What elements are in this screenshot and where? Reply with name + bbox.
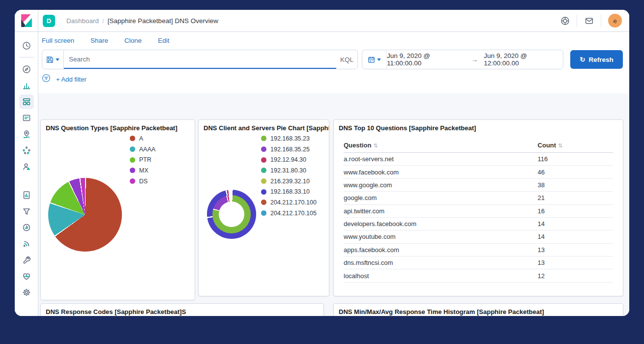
column-header-count[interactable]: Count⇅ — [538, 139, 613, 153]
clients-servers-legend: 192.168.35.23 192.168.35.25 192.12.94.30… — [261, 133, 317, 219]
sidebar-item-maps[interactable] — [19, 127, 34, 142]
column-header-question[interactable]: Question⇅ — [344, 139, 538, 153]
funnel-icon — [22, 207, 31, 216]
sidebar-item-recently-viewed[interactable] — [19, 38, 34, 53]
legend-item[interactable]: 192.31.80.30 — [261, 165, 317, 176]
heartbeat-icon — [22, 272, 31, 281]
legend-item[interactable]: AAAA — [130, 144, 155, 155]
sidebar-item-graph[interactable] — [19, 159, 34, 174]
count-cell: 46 — [538, 166, 613, 178]
machine-learning-icon — [22, 146, 31, 155]
bar-chart-icon — [22, 81, 31, 90]
sidebar-item-canvas[interactable] — [19, 111, 34, 125]
table-row: api.twitter.com16 — [344, 204, 613, 217]
sidebar-item-visualize[interactable] — [19, 78, 34, 93]
legend-item[interactable]: PTR — [130, 154, 155, 165]
question-cell: a.root-servers.net — [344, 153, 538, 166]
panel-title[interactable]: DNS Question Types [Sapphire Packetbeat] — [41, 120, 195, 132]
panel-dns-question-types: DNS Question Types [Sapphire Packetbeat]… — [40, 119, 195, 300]
legend-item[interactable]: DS — [130, 176, 155, 187]
legend-item[interactable]: 192.168.33.10 — [261, 186, 317, 197]
date-quick-select-button[interactable] — [362, 50, 387, 69]
search-input[interactable] — [64, 50, 336, 68]
gear-icon — [22, 288, 31, 297]
count-cell: 14 — [538, 230, 613, 243]
sidebar-item-metrics[interactable] — [19, 188, 34, 202]
question-cell: www.facebook.com — [344, 166, 538, 178]
question-types-pie[interactable] — [48, 178, 122, 252]
sidebar-item-apm[interactable] — [19, 236, 34, 251]
legend-item[interactable]: MX — [130, 165, 155, 176]
full-screen-link[interactable]: Full screen — [42, 37, 74, 44]
space-badge[interactable]: D — [43, 15, 55, 27]
question-cell: www.youtube.com — [344, 230, 538, 243]
uptime-clock-icon — [22, 223, 31, 232]
add-filter-button[interactable]: + Add filter — [56, 76, 87, 83]
legend-item[interactable]: 204.212.170.105 — [261, 208, 317, 219]
count-cell: 21 — [538, 192, 613, 204]
panel-title[interactable]: DNS Response Codes [Sapphire Packetbeat]… — [41, 304, 323, 315]
legend-item[interactable]: A — [130, 133, 155, 144]
sidebar-item-dashboard[interactable] — [19, 94, 34, 109]
table-row: localhost12 — [344, 269, 613, 282]
legend-swatch — [261, 146, 266, 152]
sidebar-item-dev-tools[interactable] — [19, 253, 34, 267]
table-row: developers.facebook.com14 — [344, 217, 613, 230]
legend-label: DS — [139, 178, 147, 185]
help-button[interactable] — [560, 16, 570, 26]
sidebar-item-uptime[interactable] — [19, 220, 34, 235]
count-cell: 116 — [538, 153, 613, 166]
save-icon — [46, 56, 54, 63]
legend-item[interactable]: 192.12.94.30 — [261, 154, 317, 165]
panel-title[interactable]: DNS Client and Servers Pie Chart [Sapphi… — [199, 120, 329, 132]
legend-label: 192.12.94.30 — [270, 156, 306, 163]
legend-label: AAAA — [139, 146, 155, 153]
kibana-logo[interactable] — [15, 10, 38, 31]
clock-icon — [22, 41, 31, 50]
range-arrow: → — [471, 56, 478, 63]
legend-label: MX — [139, 167, 148, 174]
legend-swatch — [261, 136, 266, 141]
top-navbar: D Dashboard / [Sapphire Packetbeat] DNS … — [15, 10, 629, 32]
search-input-wrap — [64, 50, 336, 69]
legend-item[interactable]: 192.168.35.25 — [261, 144, 317, 155]
saved-query-button[interactable] — [42, 50, 64, 69]
newsfeed-button[interactable] — [584, 16, 594, 26]
clone-link[interactable]: Clone — [124, 37, 142, 44]
date-from[interactable]: Jun 9, 2020 @ 11:00:00.00 — [387, 52, 466, 67]
legend-label: 204.212.170.100 — [270, 199, 317, 206]
edit-link[interactable]: Edit — [158, 37, 169, 44]
count-cell: 16 — [538, 204, 613, 217]
panel-title[interactable]: DNS Min/Max/Avg Response Time Histogram … — [334, 304, 623, 315]
app-window: D Dashboard / [Sapphire Packetbeat] DNS … — [15, 10, 629, 316]
table-row: google.com21 — [344, 192, 613, 204]
count-cell: 38 — [538, 178, 613, 191]
question-cell: dns.msftncsi.com — [344, 257, 538, 269]
breadcrumb-dashboard-link[interactable]: Dashboard — [66, 17, 99, 25]
share-link[interactable]: Share — [90, 37, 108, 44]
sidebar-item-machine-learning[interactable] — [19, 143, 34, 158]
canvas-icon — [22, 114, 31, 122]
query-language-button[interactable]: KQL — [336, 50, 357, 69]
refresh-button[interactable]: ↻ Refresh — [570, 50, 623, 69]
count-cell: 12 — [538, 269, 613, 282]
sidebar-item-management[interactable] — [19, 285, 34, 300]
legend-swatch — [261, 200, 266, 205]
clients-servers-outer-ring[interactable] — [207, 190, 256, 239]
sidebar-item-discover[interactable] — [19, 62, 34, 77]
sidebar-item-stack-monitoring[interactable] — [19, 269, 34, 284]
legend-item[interactable]: 216.239.32.10 — [261, 176, 317, 187]
filter-icon[interactable] — [42, 74, 51, 85]
user-avatar[interactable]: e — [608, 14, 622, 28]
sidebar-item-logs[interactable] — [19, 204, 34, 219]
clients-servers-inner-ring[interactable] — [212, 195, 251, 233]
panel-title[interactable]: DNS Top 10 Questions [Sapphire Packetbea… — [334, 120, 623, 132]
legend-item[interactable]: 192.168.35.23 — [261, 133, 317, 144]
legend-item[interactable]: 204.212.170.100 — [261, 197, 317, 208]
date-to[interactable]: Jun 9, 2020 @ 12:00:00.00 — [484, 52, 563, 67]
legend-swatch — [261, 168, 266, 173]
top-questions-table: Question⇅ Count⇅ a.root-servers.net116 w… — [344, 139, 613, 283]
calendar-icon — [368, 56, 375, 63]
question-cell: www.google.com — [344, 178, 538, 191]
legend-swatch — [261, 178, 266, 184]
